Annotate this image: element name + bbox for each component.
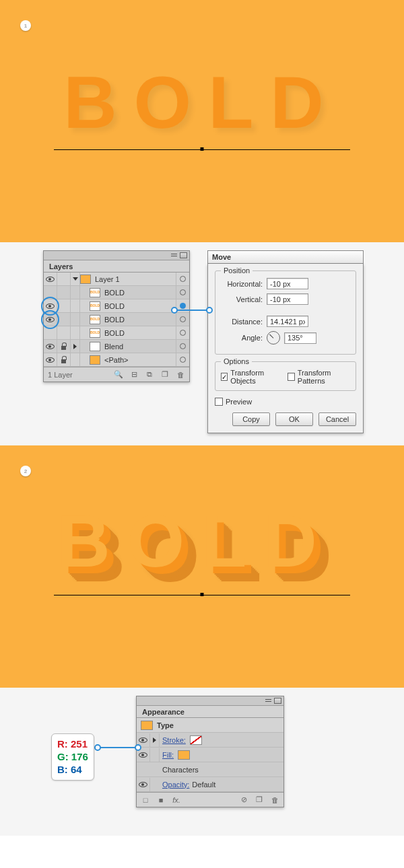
lock-toggle[interactable] [57,299,71,313]
text-anchor-point[interactable] [201,147,204,151]
eye-icon [46,277,55,282]
layer-name[interactable]: Layer 1 [94,275,176,283]
lock-toggle[interactable] [57,353,71,367]
preview-checkbox[interactable] [215,398,223,406]
layer-row[interactable]: BOLD [44,299,189,313]
layer-target[interactable] [176,273,189,286]
layer-target[interactable] [176,286,189,299]
vertical-input[interactable] [267,293,308,305]
fill-label[interactable]: Fill: [162,751,174,759]
panel-menu-button[interactable] [180,252,187,258]
disclosure-toggle[interactable] [71,340,80,353]
appearance-type-row[interactable]: Type [137,718,283,733]
duplicate-item-button[interactable]: ❐ [255,795,264,805]
layer-name[interactable]: BOLD [103,289,176,297]
clear-appearance-button[interactable]: ⊘ [239,795,248,805]
characters-label: Characters [162,766,199,774]
ok-button[interactable]: OK [275,412,313,426]
cancel-button[interactable]: Cancel [318,412,356,426]
appearance-stroke-row[interactable]: Stroke: [137,733,283,748]
layer-row-group[interactable]: Layer 1 [44,273,189,286]
visibility-toggle[interactable] [137,778,150,791]
lock-toggle[interactable] [57,340,71,353]
angle-wheel[interactable] [267,331,280,345]
target-selected-icon [180,303,186,309]
make-clipping-mask-button[interactable]: ⊟ [129,370,139,379]
rgb-b-value: B: 64 [57,764,88,776]
new-fill-button[interactable]: ■ [156,795,166,805]
transform-patterns-checkbox-label[interactable]: Transform Patterns [288,369,350,385]
lock-toggle[interactable] [57,286,71,299]
stroke-swatch[interactable] [190,735,202,745]
distance-row: Distance: [221,316,350,327]
visibility-toggle[interactable] [44,273,57,286]
appearance-fill-row[interactable]: Fill: [137,748,283,762]
layer-name[interactable]: BOLD [103,302,176,310]
delete-item-button[interactable]: 🗑 [270,795,279,805]
visibility-toggle[interactable] [44,353,57,367]
options-legend: Options [221,357,252,365]
preview-checkbox-label[interactable]: Preview [215,398,356,406]
position-fieldset: Position Horizontal: Vertical: Distance:… [215,270,356,355]
stroke-label[interactable]: Stroke: [162,736,186,744]
layer-target[interactable] [176,353,189,367]
text-anchor-point[interactable] [201,593,204,596]
layer-name[interactable]: <Path> [103,356,176,364]
bold-text: BOLD [63,59,341,145]
copy-button[interactable]: Copy [232,412,270,426]
horizontal-row: Horizontal: [221,278,350,289]
layer-target[interactable] [176,326,189,340]
delete-layer-button[interactable]: 🗑 [176,370,185,379]
layer-row[interactable]: BOLD [44,326,189,340]
new-stroke-button[interactable]: □ [141,795,150,805]
layer-target[interactable] [176,340,189,353]
appearance-characters-row[interactable]: Characters [137,762,283,777]
appearance-panel-footer: □ ■ fx. ⊘ ❐ 🗑 [137,792,283,807]
lock-toggle[interactable] [57,273,71,286]
opacity-label[interactable]: Opacity: [162,781,189,789]
layers-panel-title[interactable]: Layers [44,260,189,273]
transform-patterns-checkbox[interactable] [288,373,294,381]
layer-row[interactable]: <Path> [44,353,189,367]
panel-menu-button[interactable] [274,698,281,704]
vertical-row: Vertical: [221,293,350,305]
sublayer-thumb [90,342,100,351]
lock-icon [61,342,67,350]
layer-row[interactable]: BOLD [44,286,189,299]
layer-name[interactable]: BOLD [103,316,176,324]
layer-name[interactable]: Blend [103,342,176,351]
layer-target[interactable] [176,313,189,326]
layer-row[interactable]: BOLD [44,313,189,326]
fill-swatch[interactable] [178,750,190,760]
locate-object-button[interactable]: 🔍 [114,370,123,379]
appearance-panel-title[interactable]: Appearance [137,706,283,718]
panel-collapse-bar[interactable] [44,251,189,260]
new-layer-button[interactable]: ❐ [160,370,170,379]
visibility-toggle[interactable] [44,340,57,353]
panel-collapse-bar[interactable] [137,696,283,706]
angle-input[interactable] [284,332,316,344]
lock-toggle[interactable] [57,326,71,340]
sublayer-thumb [90,328,100,338]
sublayer-thumb [90,301,100,311]
visibility-toggle[interactable] [44,313,57,326]
disclosure-toggle[interactable] [71,273,80,286]
move-dialog-title[interactable]: Move [207,250,364,264]
lock-toggle[interactable] [57,313,71,326]
rgb-callout: R: 251 G: 176 B: 64 [51,733,94,781]
horizontal-input[interactable] [267,278,308,289]
target-ring-icon [180,276,186,282]
distance-input[interactable] [267,316,308,327]
disclosure-toggle[interactable] [150,733,160,747]
layer-name[interactable]: BOLD [103,329,176,337]
layers-panel-footer: 1 Layer 🔍 ⊟ ⧉ ❐ 🗑 [44,367,189,382]
transform-objects-checkbox-label[interactable]: ✓ Transform Objects [221,369,281,385]
appearance-opacity-row[interactable]: Opacity: Default [137,777,283,792]
rgb-g-value: G: 176 [57,751,88,764]
layer-row[interactable]: Blend [44,340,189,353]
transform-objects-text: Transform Objects [230,369,281,385]
new-sublayer-button[interactable]: ⧉ [145,370,154,379]
target-ring-icon [180,316,186,322]
transform-objects-checkbox[interactable]: ✓ [221,373,228,381]
add-effect-button[interactable]: fx. [172,795,181,805]
